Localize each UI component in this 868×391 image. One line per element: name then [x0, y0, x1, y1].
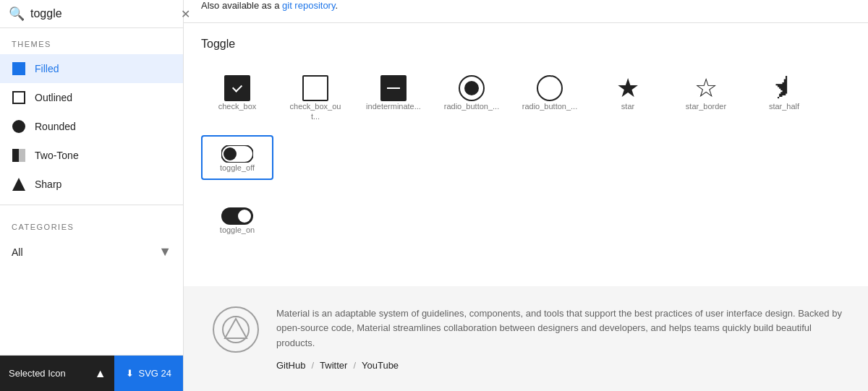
- icons-grid: check_box check_box_out... indeterminate…: [201, 65, 851, 180]
- icon-card-check-box[interactable]: check_box: [201, 65, 273, 129]
- footer-description: Material is an adaptable system of guide…: [276, 306, 851, 351]
- theme-rounded-label: Rounded: [35, 121, 76, 132]
- material-logo: [213, 306, 259, 353]
- radio-button-on-icon: [459, 75, 485, 101]
- toggle-off-icon: [221, 145, 253, 163]
- icon-card-radio-button-off[interactable]: radio_button_...: [514, 65, 586, 129]
- separator-2: /: [353, 360, 356, 371]
- footer-content: Material is an adaptable system of guide…: [276, 306, 851, 371]
- check-box-outline-icon: [302, 75, 328, 101]
- youtube-link[interactable]: YouTube: [362, 360, 399, 371]
- dropdown-arrow-icon: ▼: [158, 244, 171, 259]
- star-border-label: star_border: [686, 101, 726, 111]
- icon-card-star-border[interactable]: ☆ star_border: [670, 65, 742, 129]
- star-half-icon: ⯨: [771, 75, 797, 101]
- rounded-icon: [12, 119, 26, 134]
- theme-outlined[interactable]: Outlined: [0, 83, 183, 112]
- sharp-icon: [12, 177, 26, 192]
- star-half-label: star_half: [769, 101, 799, 111]
- star-border-icon: ☆: [694, 75, 718, 101]
- theme-sharp[interactable]: Sharp: [0, 170, 183, 199]
- theme-two-tone-label: Two-Tone: [35, 150, 79, 161]
- separator-1: /: [311, 360, 314, 371]
- toggle-off-label: toggle_off: [220, 163, 255, 173]
- theme-outlined-label: Outlined: [35, 92, 72, 103]
- icon-card-star[interactable]: ★ star: [592, 65, 664, 129]
- divider: [0, 205, 183, 205]
- indeterminate-icon: [380, 75, 407, 101]
- theme-filled[interactable]: Filled: [0, 54, 183, 83]
- search-bar: 🔍 ✕: [0, 0, 183, 28]
- icon-card-toggle-off[interactable]: toggle_off: [201, 135, 273, 180]
- github-link[interactable]: GitHub: [276, 360, 305, 371]
- icons-grid-row2: toggle_on: [201, 197, 851, 242]
- radio-button-off-label: radio_button_...: [522, 101, 577, 111]
- two-tone-icon: [12, 148, 26, 163]
- radio-button-on-label: radio_button_...: [444, 101, 499, 111]
- svg-marker-7: [225, 319, 247, 338]
- categories-label: CATEGORIES: [0, 211, 183, 237]
- selected-icon-text: Selected Icon: [9, 368, 66, 379]
- section-title: Toggle: [201, 38, 851, 51]
- star-filled-icon: ★: [616, 75, 639, 101]
- theme-filled-label: Filled: [35, 63, 59, 74]
- selected-icon-section: Selected Icon ▲: [0, 356, 114, 391]
- icon-card-check-box-outline[interactable]: check_box_out...: [279, 65, 352, 129]
- filled-icon: [12, 61, 26, 76]
- svg-button-label: SVG 24: [138, 368, 171, 379]
- search-icon: 🔍: [9, 6, 25, 22]
- svg-rect-0: [12, 149, 19, 162]
- toggle-on-icon: [221, 207, 253, 225]
- sidebar: 🔍 ✕ THEMES Filled Outlined Rounded Two-T…: [0, 0, 184, 391]
- download-icon: ⬇: [126, 368, 134, 379]
- toggle-on-label: toggle_on: [220, 225, 255, 235]
- main-top-bar: Also available as a git repository.: [184, 0, 868, 23]
- search-input[interactable]: [30, 7, 175, 20]
- check-box-outline-label: check_box_out...: [286, 101, 344, 122]
- git-repository-link[interactable]: git repository: [282, 0, 335, 11]
- chevron-up-icon[interactable]: ▲: [95, 367, 106, 380]
- theme-rounded[interactable]: Rounded: [0, 112, 183, 141]
- theme-two-tone[interactable]: Two-Tone: [0, 141, 183, 170]
- categories-dropdown-row[interactable]: All Action Alert AV Communication Conten…: [0, 237, 183, 267]
- icons-section: Toggle check_box check_box_out... indete…: [184, 23, 868, 286]
- svg-point-5: [238, 210, 251, 223]
- themes-label: THEMES: [0, 28, 183, 54]
- footer-links: GitHub / Twitter / YouTube: [276, 360, 851, 371]
- icon-card-indeterminate[interactable]: indeterminate...: [357, 65, 430, 129]
- check-box-label: check_box: [218, 101, 257, 111]
- check-box-icon: [224, 75, 250, 101]
- icon-card-toggle-on[interactable]: toggle_on: [201, 197, 273, 242]
- icon-card-star-half[interactable]: ⯨ star_half: [748, 65, 820, 129]
- categories-select[interactable]: All Action Alert AV Communication Conten…: [12, 246, 153, 258]
- twitter-link[interactable]: Twitter: [320, 360, 347, 371]
- icon-card-radio-button-on[interactable]: radio_button_...: [435, 65, 508, 129]
- svg-rect-1: [19, 149, 25, 162]
- bottom-bar: Selected Icon ▲ ⬇ SVG 24: [0, 355, 183, 391]
- theme-sharp-label: Sharp: [35, 179, 61, 190]
- also-available-text: Also available as a: [201, 0, 282, 11]
- svg-point-3: [224, 147, 237, 160]
- radio-button-off-icon: [537, 75, 563, 101]
- outlined-icon: [12, 90, 26, 105]
- main-content: Also available as a git repository. Togg…: [184, 0, 868, 391]
- indeterminate-label: indeterminate...: [366, 101, 421, 111]
- footer: Material is an adaptable system of guide…: [184, 286, 868, 391]
- svg-download-button[interactable]: ⬇ SVG 24: [114, 356, 183, 391]
- star-label: star: [621, 101, 634, 111]
